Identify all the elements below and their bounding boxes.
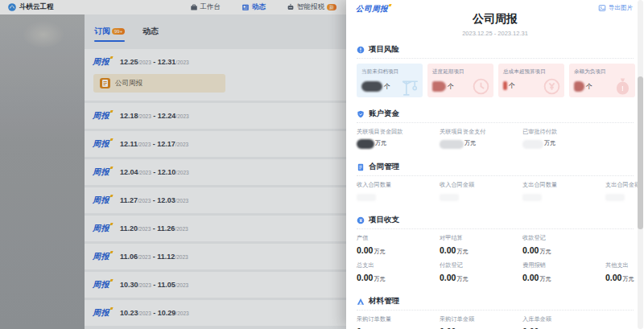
metric-label: 收入合同数量 [357, 181, 440, 189]
field-row: 产值0.00万元对甲结算0.00万元收款登记0.00万元 [357, 234, 634, 256]
metric-value: 0.00万元 [357, 245, 440, 256]
metric-label: 关联项目资金支付 [440, 128, 522, 136]
pyramid-icon [357, 298, 365, 306]
metric-value: 个 [503, 81, 559, 90]
metric-unit: 万元 [539, 275, 551, 283]
metric-label: 支出合同数量 [522, 181, 605, 189]
modal-backdrop[interactable] [0, 0, 346, 329]
metric-field: 收入合同金额 [440, 181, 522, 202]
section-material-mgmt: 材料管理采购订单数量0个采购订单金额0.00万元入库单金额0.00万元 [357, 290, 634, 329]
metric-value [522, 192, 605, 202]
section-title: 合同管理 [369, 162, 399, 172]
section-body: 产值0.00万元对甲结算0.00万元收款登记0.00万元总支出0.00万元付款登… [357, 228, 634, 290]
metric-label: 采购订单金额 [440, 315, 522, 323]
metric-field: 收入合同数量 [357, 181, 440, 202]
section-title: 材料管理 [369, 296, 399, 306]
scrollbar-thumb[interactable] [638, 76, 643, 229]
section-account-funds: 账户资金关联项目资金回款万元关联项目资金支付万元已审批待付款万元 [357, 103, 634, 156]
section-project-io: ¥项目收支产值0.00万元对甲结算0.00万元收款登记0.00万元总支出0.00… [357, 209, 634, 290]
section-header: 材料管理 [357, 290, 634, 310]
metric-number: 0.00 [440, 273, 456, 282]
metric-label: 产值 [357, 234, 440, 242]
field-row: 关联项目资金回款万元关联项目资金支付万元已审批待付款万元 [357, 128, 634, 149]
export-image-button[interactable]: 导出图片 [598, 4, 633, 12]
feed-page: 斗栱云工程 工作台动态智能报税新 订阅99+动态 周报12.25/2023 - … [0, 0, 346, 329]
metric-value [440, 192, 522, 202]
redacted-value [522, 140, 543, 149]
section-title: 项目风险 [369, 44, 399, 55]
metric-value: 个 [574, 81, 630, 92]
metric-label: 总支出 [357, 261, 440, 269]
metric-field: 总支出0.00万元 [357, 261, 440, 283]
metric-unit: 个 [509, 81, 515, 90]
report-date-range: 2023.12.25 - 2023.12.31 [346, 30, 644, 37]
section-header: 账户资金 [357, 103, 634, 122]
metric-unit: 万元 [464, 139, 476, 147]
section-header: ¥项目收支 [357, 209, 634, 228]
metric-unit: 万元 [374, 275, 385, 283]
redacted-value [503, 81, 507, 90]
redacted-value [522, 194, 542, 201]
metric-field: 费用报销0.00万元 [522, 261, 605, 283]
section-project-risk: 项目风险当前未归档项目个进度延期项目个总成本超预算项目个余额为负项目个! [357, 39, 634, 103]
metric-unit: 个 [448, 82, 454, 91]
metric-field: 入库单金额0.00万元 [522, 315, 605, 329]
risk-card: 进度延期项目个 [427, 64, 493, 97]
risk-cards: 当前未归档项目个进度延期项目个总成本超预算项目个余额为负项目个! [357, 64, 634, 97]
metric-number: 0.00 [440, 245, 456, 255]
risk-card: 当前未归档项目个 [357, 64, 423, 97]
section-header: 合同管理 [357, 156, 634, 175]
metric-value: 0.00万元 [440, 245, 522, 256]
metric-field: 支出合同数量 [522, 181, 605, 202]
metric-field: 关联项目资金支付万元 [440, 128, 522, 149]
app-window: 斗栱云工程 工作台动态智能报税新 订阅99+动态 周报12.25/2023 - … [0, 0, 644, 329]
metric-label: 已审批待付款 [522, 128, 605, 136]
metric-label: 付款登记 [440, 261, 522, 269]
redacted-value [440, 140, 464, 149]
section-title: 项目收支 [369, 215, 399, 225]
redacted-value [440, 194, 459, 201]
metric-label: 当前未归档项目 [361, 68, 418, 76]
coin-icon: ¥ [357, 216, 365, 224]
metric-unit: 万元 [544, 139, 555, 147]
metric-field: 关联项目资金回款万元 [357, 128, 440, 149]
redacted-value [357, 194, 376, 201]
metric-unit: 万元 [374, 248, 385, 256]
metric-value: 个 [432, 81, 489, 92]
alert-icon [357, 46, 365, 54]
metric-value: 个 [361, 81, 418, 92]
report-sections: 项目风险当前未归档项目个进度延期项目个总成本超预算项目个余额为负项目个!账户资金… [346, 39, 644, 329]
metric-label: 对甲结算 [440, 234, 522, 242]
metric-number: 0.00 [357, 273, 373, 282]
metric-label: 费用报销 [522, 261, 605, 269]
metric-value: 万元 [522, 139, 605, 149]
metric-number: 0.00 [522, 273, 539, 282]
section-body: 关联项目资金回款万元关联项目资金支付万元已审批待付款万元 [357, 122, 634, 156]
metric-value: 0.00万元 [357, 273, 440, 283]
section-body: 当前未归档项目个进度延期项目个总成本超预算项目个余额为负项目个! [357, 58, 634, 103]
doc-icon [357, 163, 365, 171]
metric-unit: 万元 [539, 248, 551, 256]
metric-field: 对甲结算0.00万元 [440, 234, 522, 256]
report-brandmark: 公司周报 [356, 4, 391, 14]
section-contract-mgmt: 合同管理收入合同数量收入合同金额支出合同数量支出合同金额 [357, 156, 634, 209]
metric-unit: 个 [384, 82, 390, 91]
section-body: 采购订单数量0个采购订单金额0.00万元入库单金额0.00万元 [357, 310, 634, 329]
shield-icon [357, 110, 365, 118]
metric-label: 收入合同金额 [440, 181, 522, 189]
weekly-report-drawer: 公司周报 导出图片 公司周报 2023.12.25 - 2023.12.31 项… [346, 0, 644, 329]
metric-value: 万元 [440, 139, 522, 149]
redacted-value [357, 139, 374, 149]
section-header: 项目风险 [357, 39, 634, 58]
metric-unit: 万元 [375, 139, 386, 147]
metric-number: 0.00 [605, 273, 621, 282]
section-body: 收入合同数量收入合同金额支出合同数量支出合同金额 [357, 175, 634, 209]
metric-value: 0.00万元 [440, 273, 522, 283]
export-image-label: 导出图片 [609, 4, 633, 12]
metric-unit: 个 [586, 82, 592, 91]
metric-number: 0.00 [357, 245, 373, 255]
metric-label: 余额为负项目 [574, 68, 630, 76]
metric-field: 采购订单数量0个 [357, 315, 440, 329]
field-row: 总支出0.00万元付款登记0.00万元费用报销0.00万元其他支出0.00万元 [357, 261, 634, 283]
metric-unit: 万元 [456, 248, 468, 256]
